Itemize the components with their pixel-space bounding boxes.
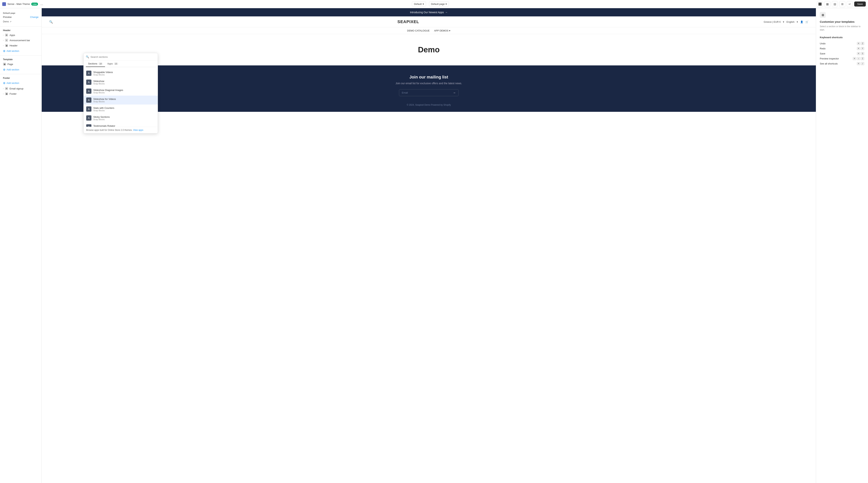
more-options-button[interactable]: ... xyxy=(39,1,44,7)
shortcut-undo: Undo ⌘ Z xyxy=(820,41,864,46)
default-page-dropdown[interactable]: Default page ▾ xyxy=(429,1,449,6)
preview-frame: Introducing Our Newest Apps → 🔍 SEAPIXEL… xyxy=(42,8,816,483)
nav-demo-catalogue[interactable]: DEMO CATALOGUE xyxy=(407,29,430,32)
page-icon: ▦ xyxy=(3,63,6,65)
sidebar-item-page[interactable]: ▦ Page xyxy=(0,61,41,67)
header-group-title: Header xyxy=(0,28,41,32)
view-apps-link[interactable]: View apps xyxy=(133,129,143,131)
email-input-row: → xyxy=(399,89,459,96)
default-dropdown[interactable]: Default ▾ xyxy=(412,1,426,6)
list-item-slideshow-videos[interactable]: A Slideshow for Videos Snap Blocks xyxy=(84,95,158,105)
apps-count-badge: 15 xyxy=(114,62,118,65)
header-icon: ▦ xyxy=(5,44,8,47)
live-badge: Live xyxy=(31,3,38,6)
picker-tabs: Sections 18 Apps 15 xyxy=(84,61,158,67)
sidebar-item-announcement[interactable]: › ≡ Announcement bar xyxy=(0,38,41,43)
footer-copyright: © 2024, Seapixel Demo Powered by Shopify xyxy=(49,104,808,106)
list-item[interactable]: A Testimonials Rotator Snap Blocks xyxy=(84,122,158,127)
shortcut-keys: ⌘ S xyxy=(857,52,864,55)
chevron-icon: › xyxy=(3,93,3,95)
item-text: Slideshow Diagonal Images Snap Blocks xyxy=(93,89,123,94)
kbd: I xyxy=(861,57,864,60)
search-sections-input[interactable] xyxy=(91,56,155,58)
store-announcement: Introducing Our Newest Apps → xyxy=(42,8,816,17)
preview-area: Introducing Our Newest Apps → 🔍 SEAPIXEL… xyxy=(42,8,816,483)
kbd: ⌘ xyxy=(857,47,860,50)
store-nav-links: DEMO CATALOGUE APP DEMOS ▾ xyxy=(42,27,816,34)
plus-icon: ⊕ xyxy=(3,68,5,72)
change-button[interactable]: Change xyxy=(30,16,38,19)
app-icon xyxy=(2,2,6,6)
list-item[interactable]: A Sticky Sections Snap Blocks xyxy=(84,113,158,122)
demo-link[interactable]: Demo xyxy=(3,20,9,23)
sidebar-apps-label: Apps xyxy=(9,34,15,36)
sidebar-page-label: Page xyxy=(7,63,13,65)
shortcut-save: Save ⌘ S xyxy=(820,51,864,56)
top-bar: Sense - Main Theme Live ... Default ▾ De… xyxy=(0,0,868,8)
default-page-title: Default page xyxy=(0,10,41,15)
chevron-icon: › xyxy=(3,34,3,36)
theme-name: Sense - Main Theme xyxy=(7,3,30,5)
sections-count-badge: 18 xyxy=(98,62,103,65)
footer-icon: ▦ xyxy=(5,92,8,95)
desktop-icon-btn[interactable]: ⬛ xyxy=(817,1,823,7)
shortcut-keys: ⌘ Y xyxy=(857,47,864,50)
list-item[interactable]: A Stats with Counters Snap Blocks xyxy=(84,105,158,113)
kbd: ⌘ xyxy=(857,62,860,65)
store-nav-right: Greece | EUR € ▾ English ▾ 👤 🛒 xyxy=(764,21,808,23)
sidebar-item-apps[interactable]: › ⊞ Apps xyxy=(0,32,41,38)
sidebar-email-label: Email signup xyxy=(9,87,23,90)
kbd: S xyxy=(861,52,864,55)
sidebar-item-email-signup[interactable]: › ✉ Email signup xyxy=(0,86,41,91)
shortcut-keys: ⌘ Z xyxy=(857,42,864,45)
preview-label: Preview xyxy=(3,16,11,19)
kbd: ⌘ xyxy=(853,57,856,60)
item-icon: A xyxy=(86,88,91,94)
mobile-icon-btn[interactable]: ▤ xyxy=(832,1,838,7)
picker-list: A Shoppable Videos Snap Blocks A Slidesh… xyxy=(84,67,158,127)
save-button[interactable]: Save xyxy=(854,1,866,6)
undo-icon-btn[interactable]: ↩ xyxy=(847,1,853,7)
list-item[interactable]: A Shoppable Videos Snap Blocks xyxy=(84,69,158,78)
sidebar-item-header[interactable]: › ▦ Header xyxy=(0,43,41,48)
sidebar-item-footer[interactable]: › ▦ Footer xyxy=(0,91,41,96)
list-item[interactable]: A Slideshow Snap Blocks xyxy=(84,78,158,87)
footer-group-title: Footer xyxy=(0,76,41,80)
add-section-header-button[interactable]: ⊕ Add section xyxy=(0,48,41,54)
template-group-title: Template xyxy=(0,57,41,61)
shortcuts-title: Keyboard shortcuts xyxy=(820,36,864,39)
list-item[interactable]: A Slideshow Diagonal Images Snap Blocks xyxy=(84,87,158,95)
shortcut-keys: ⌘ ⇧ I xyxy=(853,57,864,60)
top-bar-right: ⬛ ▦ ▤ ⊞ ↩ Save xyxy=(817,1,866,7)
search-icon[interactable]: 🔍 xyxy=(49,20,53,24)
email-input[interactable] xyxy=(399,89,450,96)
kbd: ⇧ xyxy=(857,57,860,60)
tab-sections[interactable]: Sections 18 xyxy=(86,61,105,67)
preview-row: Preview Change xyxy=(0,15,41,20)
panel-icon: ⊞ xyxy=(820,12,826,18)
tablet-icon-btn[interactable]: ▦ xyxy=(825,1,830,7)
kbd: ⌘ xyxy=(857,52,860,55)
footer-mailing-title: Join our mailing list xyxy=(49,75,808,80)
item-icon: A xyxy=(86,70,91,76)
item-text: Shoppable Videos Snap Blocks xyxy=(93,71,113,76)
account-icon[interactable]: 👤 xyxy=(800,21,803,23)
shortcut-redo: Redo ⌘ Y xyxy=(820,46,864,51)
top-bar-center: Default ▾ Default page ▾ xyxy=(412,1,449,6)
email-submit-button[interactable]: → xyxy=(450,89,458,96)
add-section-footer-button[interactable]: ⊕ Add section xyxy=(0,80,41,86)
divider-3 xyxy=(0,74,41,74)
right-panel-subtitle: Select a section or block in the sidebar… xyxy=(820,25,864,31)
left-sidebar: Default page Preview Change Demo ↗ Heade… xyxy=(0,8,42,483)
item-text: Sticky Sections Snap Blocks xyxy=(93,116,110,120)
tab-apps[interactable]: Apps 15 xyxy=(105,61,121,67)
nav-app-demos[interactable]: APP DEMOS ▾ xyxy=(434,29,451,32)
item-icon: A xyxy=(86,106,91,112)
add-section-template-button[interactable]: ⊕ Add section xyxy=(0,67,41,73)
right-panel: ⊞ Customize your templates Select a sect… xyxy=(816,8,868,483)
grid-icon-btn[interactable]: ⊞ xyxy=(839,1,845,7)
sidebar-footer-label: Footer xyxy=(9,92,17,95)
picker-footer: Browse apps built for Online Store 2.0 t… xyxy=(84,127,158,133)
cart-icon[interactable]: 🛒 xyxy=(805,21,808,23)
store-nav: 🔍 SEAPIXEL Greece | EUR € ▾ English ▾ 👤 … xyxy=(42,17,816,27)
